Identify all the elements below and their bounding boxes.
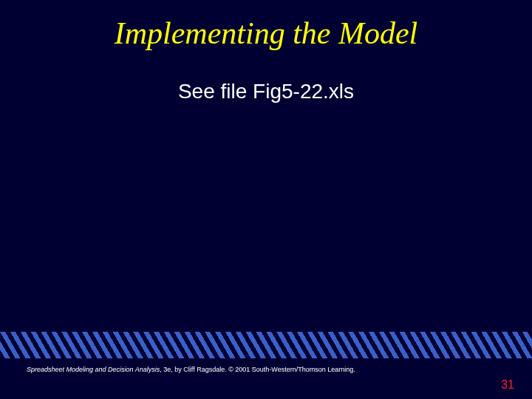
slide-title: Implementing the Model (0, 0, 532, 50)
slide-number: 31 (501, 378, 514, 392)
footer-citation: Spreadsheet Modeling and Decision Analys… (27, 366, 355, 374)
citation-book-title: Spreadsheet Modeling and Decision Analys… (27, 366, 160, 373)
divider-stripe-bar (0, 332, 532, 358)
slide-body-text: See file Fig5-22.xls (0, 50, 532, 103)
citation-rest: , 3e, by Cliff Ragsdale. © 2001 South-We… (160, 366, 355, 373)
